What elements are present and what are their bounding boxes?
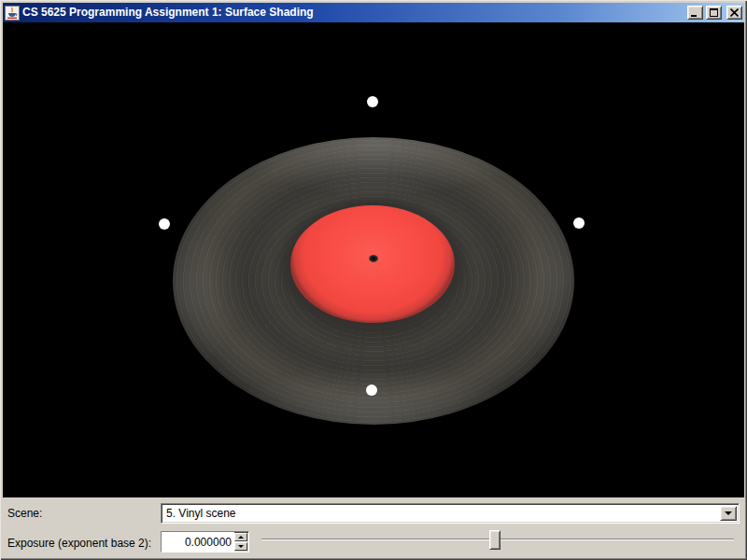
light-point <box>366 385 377 396</box>
java-icon <box>5 6 20 21</box>
app-window: CS 5625 Programming Assignment 1: Surfac… <box>0 0 747 560</box>
exposure-input[interactable] <box>162 532 234 552</box>
close-button[interactable] <box>726 6 742 20</box>
scene-dropdown-value: 5. Vinyl scene <box>162 507 720 520</box>
exposure-slider[interactable] <box>261 529 734 552</box>
spinner-buttons <box>234 532 248 552</box>
minimize-button[interactable] <box>687 6 703 20</box>
arrow-down-icon <box>238 545 244 548</box>
record-label <box>290 205 455 323</box>
window-title: CS 5625 Programming Assignment 1: Surfac… <box>22 3 684 22</box>
exposure-spinner[interactable] <box>161 531 249 553</box>
spinner-down-button[interactable] <box>234 542 247 551</box>
arrow-up-icon <box>238 536 244 539</box>
scene-dropdown[interactable]: 5. Vinyl scene <box>161 503 740 524</box>
light-point <box>573 217 585 229</box>
light-point <box>367 96 378 107</box>
maximize-button[interactable] <box>706 6 722 20</box>
scene-label: Scene: <box>7 507 42 520</box>
exposure-label: Exposure (exponent base 2): <box>7 537 151 550</box>
maximize-icon <box>710 8 718 17</box>
scene-dropdown-button[interactable] <box>720 506 737 521</box>
minimize-icon <box>691 8 699 17</box>
spinner-up-button[interactable] <box>234 533 247 541</box>
close-icon <box>730 8 739 17</box>
render-viewport[interactable] <box>3 22 744 497</box>
slider-thumb[interactable] <box>489 530 500 550</box>
spindle-hole <box>369 255 378 262</box>
control-panel: Scene: 5. Vinyl scene Exposure (exponent… <box>3 497 744 557</box>
chevron-down-icon <box>725 511 732 515</box>
light-point <box>159 218 170 230</box>
titlebar[interactable]: CS 5625 Programming Assignment 1: Surfac… <box>3 3 744 22</box>
